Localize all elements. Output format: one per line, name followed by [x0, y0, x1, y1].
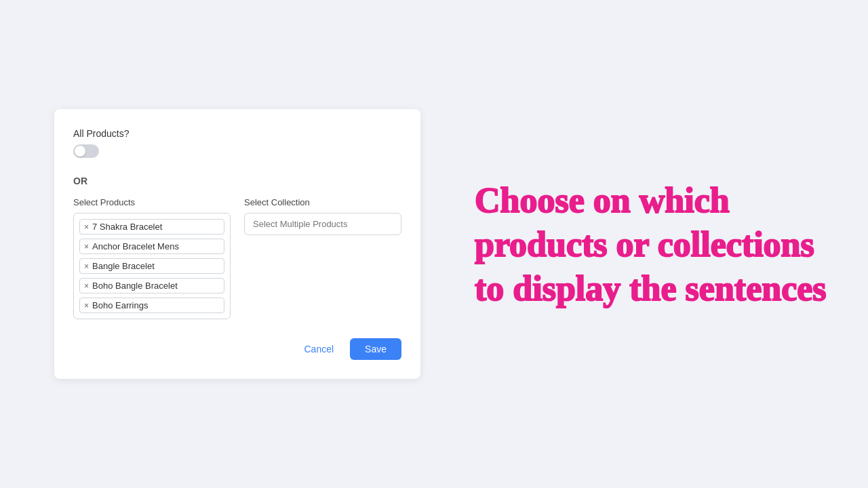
remove-product-icon[interactable]: ×	[84, 282, 89, 290]
product-tag[interactable]: ×Boho Bangle Bracelet	[79, 278, 224, 293]
promo-text: Choose on which products or collections …	[475, 178, 827, 310]
product-tag-label: Bangle Bracelet	[92, 261, 155, 271]
all-products-toggle[interactable]	[73, 144, 99, 158]
collection-input[interactable]	[244, 213, 401, 235]
right-panel: Choose on which products or collections …	[434, 0, 868, 488]
selectors-row: Select Products ×7 Shakra Bracelet×Ancho…	[73, 197, 401, 319]
product-tag[interactable]: ×Boho Earrings	[79, 298, 224, 313]
remove-product-icon[interactable]: ×	[84, 223, 89, 231]
product-tag-label: Boho Earrings	[92, 300, 148, 310]
product-tag[interactable]: ×Bangle Bracelet	[79, 258, 224, 274]
save-button[interactable]: Save	[350, 338, 401, 360]
dialog-footer: Cancel Save	[73, 338, 401, 360]
dialog: All Products? OR Select Products ×7 Shak…	[54, 109, 420, 379]
products-box: ×7 Shakra Bracelet×Anchor Bracelet Mens×…	[73, 213, 231, 319]
product-tag-label: Boho Bangle Bracelet	[92, 281, 178, 291]
product-tag-label: 7 Shakra Bracelet	[92, 222, 162, 232]
remove-product-icon[interactable]: ×	[84, 302, 89, 310]
product-tag[interactable]: ×7 Shakra Bracelet	[79, 219, 224, 235]
cancel-button[interactable]: Cancel	[296, 338, 342, 360]
product-tag-label: Anchor Bracelet Mens	[92, 241, 179, 251]
remove-product-icon[interactable]: ×	[84, 262, 89, 270]
select-products-label: Select Products	[73, 197, 231, 207]
remove-product-icon[interactable]: ×	[84, 243, 89, 251]
all-products-label: All Products?	[73, 128, 401, 139]
product-tag[interactable]: ×Anchor Bracelet Mens	[79, 239, 224, 254]
or-divider: OR	[73, 176, 401, 186]
select-collection-label: Select Collection	[244, 197, 401, 207]
toggle-knob	[75, 146, 85, 157]
select-products-section: Select Products ×7 Shakra Bracelet×Ancho…	[73, 197, 231, 319]
all-products-section: All Products?	[73, 128, 401, 158]
left-panel: All Products? OR Select Products ×7 Shak…	[0, 0, 434, 488]
select-collection-section: Select Collection	[244, 197, 401, 319]
